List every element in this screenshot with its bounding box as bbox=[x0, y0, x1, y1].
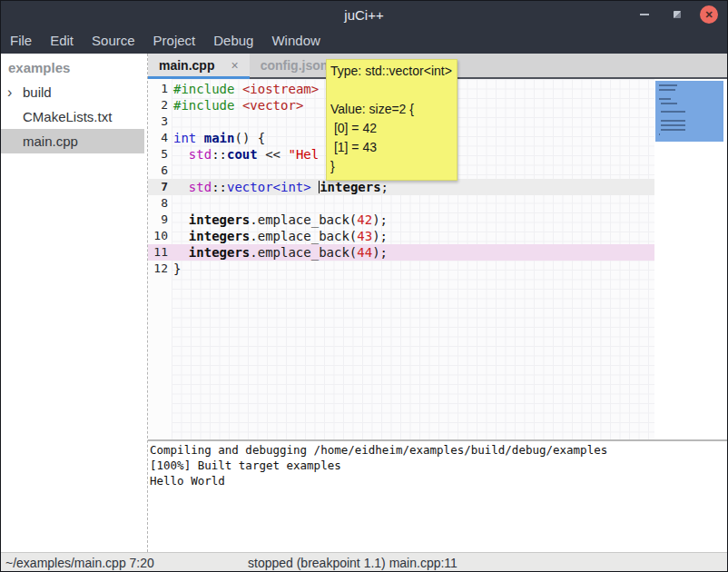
line-number[interactable]: 9 bbox=[148, 212, 168, 228]
menu-item-file[interactable]: File bbox=[1, 28, 41, 54]
code-text: std::vector<int> integers; bbox=[173, 179, 389, 195]
output-line: Hello World bbox=[150, 473, 727, 488]
line-number[interactable]: 4 bbox=[148, 130, 168, 146]
tab-main-cpp[interactable]: main.cpp× bbox=[148, 54, 250, 79]
menu-item-source[interactable]: Source bbox=[83, 28, 144, 54]
code-text: #include <iostream> bbox=[173, 81, 319, 97]
line-number[interactable]: 11 bbox=[148, 244, 168, 261]
minimize-button[interactable] bbox=[635, 5, 654, 25]
expander-icon[interactable]: › bbox=[7, 80, 12, 104]
line-number[interactable]: 12 bbox=[148, 261, 168, 277]
debug-value-tooltip: Type: std::vector<int>Value: size=2 { [0… bbox=[326, 59, 457, 181]
code-line[interactable]: 7 std::vector<int> integers; bbox=[148, 179, 654, 195]
titlebar[interactable]: juCi++ ✕ bbox=[1, 1, 727, 28]
line-number[interactable]: 1 bbox=[148, 81, 168, 97]
line-number[interactable]: 8 bbox=[148, 195, 168, 212]
tooltip-line: } bbox=[330, 157, 452, 176]
sidebar-item-cmakelists-txt[interactable]: CMakeLists.txt bbox=[1, 104, 144, 129]
tooltip-line: Type: std::vector<int> bbox=[330, 62, 452, 81]
restore-icon bbox=[674, 11, 681, 18]
line-number[interactable]: 3 bbox=[148, 113, 168, 130]
tab-label: config.json bbox=[261, 58, 329, 73]
tab-close-icon[interactable]: × bbox=[231, 58, 238, 73]
close-icon: ✕ bbox=[704, 10, 713, 20]
window-buttons: ✕ bbox=[635, 1, 718, 28]
code-text: integers.emplace_back(42); bbox=[173, 212, 388, 228]
menu-item-debug[interactable]: Debug bbox=[204, 28, 262, 54]
tooltip-line: [0] = 42 bbox=[330, 119, 452, 138]
code-line[interactable]: 12} bbox=[148, 261, 654, 277]
restore-button[interactable] bbox=[667, 5, 687, 25]
menu-item-window[interactable]: Window bbox=[262, 28, 329, 54]
app-window: juCi++ ✕ FileEditSourceProjectDebugWindo… bbox=[0, 0, 728, 572]
sidebar-item-main-cpp[interactable]: main.cpp bbox=[1, 129, 144, 153]
line-number[interactable]: 7 bbox=[148, 179, 168, 195]
status-bar: ~/examples/main.cpp 7:20 stopped (breakp… bbox=[1, 552, 727, 572]
code-text: int main() { bbox=[173, 130, 265, 146]
tooltip-line bbox=[330, 81, 452, 100]
code-text: integers.emplace_back(44); bbox=[173, 244, 388, 261]
output-panel[interactable]: Compiling and debugging /home/eidheim/ex… bbox=[148, 441, 727, 552]
window-title: juCi++ bbox=[344, 7, 383, 23]
status-file-position: ~/examples/main.cpp 7:20 bbox=[5, 556, 154, 570]
output-line: [100%] Built target examples bbox=[150, 458, 727, 473]
sidebar-item-label: CMakeLists.txt bbox=[23, 109, 112, 124]
code-text: integers.emplace_back(43); bbox=[173, 228, 388, 244]
line-number[interactable]: 2 bbox=[148, 97, 168, 113]
tooltip-line: [1] = 43 bbox=[330, 138, 452, 157]
code-line[interactable]: 8 bbox=[148, 195, 654, 212]
sidebar-item-build[interactable]: ›build bbox=[1, 80, 144, 104]
close-button[interactable]: ✕ bbox=[700, 5, 718, 24]
line-number[interactable]: 10 bbox=[148, 228, 168, 244]
minimize-icon bbox=[640, 14, 649, 15]
code-text: } bbox=[173, 261, 181, 277]
code-text: #include <vector> bbox=[173, 97, 303, 113]
menu-item-edit[interactable]: Edit bbox=[41, 28, 83, 54]
sidebar-item-label: build bbox=[23, 84, 52, 100]
project-name: examples bbox=[1, 54, 144, 80]
menu-item-project[interactable]: Project bbox=[144, 28, 205, 54]
file-tree-panel: examples ›buildCMakeLists.txtmain.cpp bbox=[1, 54, 144, 552]
code-text: std::cout << "Hel bbox=[173, 146, 319, 163]
code-line[interactable]: 10 integers.emplace_back(43); bbox=[148, 228, 654, 244]
output-line: Compiling and debugging /home/eidheim/ex… bbox=[150, 442, 727, 458]
code-line[interactable]: 9 integers.emplace_back(42); bbox=[148, 212, 654, 228]
sidebar-item-label: main.cpp bbox=[23, 133, 78, 149]
status-debug-state: stopped (breakpoint 1.1) main.cpp:11 bbox=[248, 553, 457, 572]
line-number[interactable]: 6 bbox=[148, 163, 168, 179]
code-line[interactable]: 11 integers.emplace_back(44); bbox=[148, 244, 654, 261]
line-number[interactable]: 5 bbox=[148, 146, 168, 163]
file-tree: ›buildCMakeLists.txtmain.cpp bbox=[1, 80, 144, 153]
tooltip-line: Value: size=2 { bbox=[330, 100, 452, 119]
tab-label: main.cpp bbox=[159, 58, 214, 73]
menubar: FileEditSourceProjectDebugWindow bbox=[1, 28, 727, 54]
